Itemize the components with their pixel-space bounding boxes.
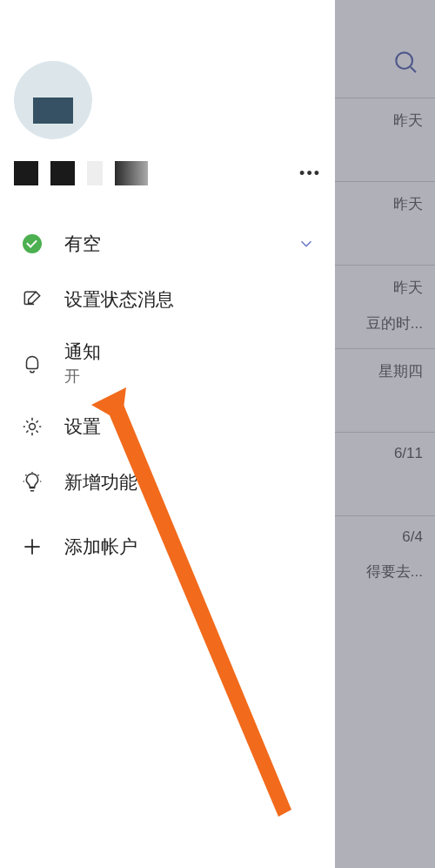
- lightbulb-icon: [19, 469, 45, 495]
- set-status-message[interactable]: 设置状态消息: [0, 272, 335, 327]
- add-account-label: 添加帐户: [64, 535, 316, 559]
- username-redacted: [14, 161, 148, 185]
- drawer-menu: 有空 设置状态消息: [0, 181, 335, 575]
- available-status-icon: [19, 231, 45, 257]
- whats-new-label: 新增功能: [64, 470, 316, 495]
- plus-icon: [19, 534, 45, 560]
- edit-note-icon: [19, 286, 45, 313]
- more-icon[interactable]: •••: [299, 165, 321, 183]
- username-row: •••: [0, 139, 335, 181]
- bell-icon: [19, 350, 45, 376]
- chat-list-background: 昨天 昨天 昨天 豆的时... 星期四 6/11 6/4 得要去...: [335, 0, 435, 868]
- status-label: 有空: [64, 232, 278, 256]
- settings[interactable]: 设置: [0, 399, 335, 454]
- svg-point-0: [30, 424, 36, 430]
- avatar-image: [33, 98, 73, 124]
- navigation-drawer: ••• 有空 设置状态消息: [0, 0, 335, 868]
- set-status-label: 设置状态消息: [64, 287, 316, 312]
- notifications[interactable]: 通知 开: [0, 327, 335, 399]
- settings-label: 设置: [64, 414, 316, 439]
- whats-new[interactable]: 新增功能: [0, 454, 335, 510]
- notifications-label: 通知: [64, 340, 316, 364]
- avatar[interactable]: [14, 61, 92, 139]
- presence-status[interactable]: 有空: [0, 216, 335, 272]
- gear-icon: [19, 414, 45, 440]
- add-account[interactable]: 添加帐户: [0, 519, 335, 575]
- chevron-down-icon: [297, 234, 316, 253]
- profile-section: [0, 0, 335, 139]
- notifications-sub: 开: [64, 366, 316, 387]
- scrim-overlay[interactable]: [335, 0, 435, 868]
